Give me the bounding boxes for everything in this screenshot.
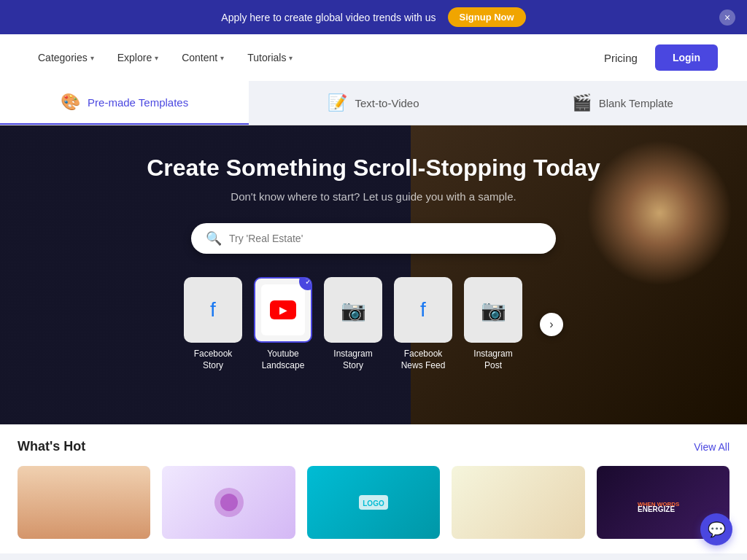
instagram-story-label: InstagramStory (333, 349, 372, 371)
view-all-link[interactable]: View All (694, 441, 729, 453)
category-row: f FacebookStory ✓ ▶ YoutubeLandscape 📷 (44, 277, 703, 371)
facebook-news-feed-icon: f (420, 298, 426, 322)
instagram-story-card[interactable]: 📷 (324, 277, 382, 343)
thumbnail-1[interactable] (18, 466, 150, 539)
youtube-landscape-label: YoutubeLandscape (262, 349, 305, 371)
youtube-landscape-card[interactable]: ✓ ▶ (254, 277, 312, 343)
blank-template-icon: 🎬 (572, 93, 592, 112)
section-title: What's Hot (18, 439, 85, 454)
instagram-post-icon: 📷 (481, 298, 506, 322)
nav-explore[interactable]: Explore ▾ (109, 46, 167, 69)
tab-text-to-video-label: Text-to-Video (355, 97, 419, 109)
instagram-post-card[interactable]: 📷 (464, 277, 522, 343)
category-facebook-news-feed[interactable]: f FacebookNews Feed (394, 277, 452, 371)
tab-blank-template[interactable]: 🎬 Blank Template (498, 81, 747, 125)
content-label: Content (182, 52, 217, 63)
nav-content[interactable]: Content ▾ (173, 46, 233, 69)
whats-hot-section: What's Hot View All LOGO WHEN WORDS ENER… (0, 424, 747, 553)
chat-bubble-button[interactable]: 💬 (700, 513, 732, 545)
chat-icon: 💬 (708, 521, 726, 538)
instagram-post-label: InstagramPost (473, 349, 512, 371)
instagram-story-icon: 📷 (341, 298, 366, 322)
pricing-link[interactable]: Pricing (595, 46, 646, 70)
announcement-banner: Apply here to create global video trends… (0, 0, 747, 34)
category-next-arrow[interactable]: › (540, 313, 563, 336)
categories-chevron-icon: ▾ (90, 54, 94, 62)
svg-point-1 (220, 494, 238, 511)
hero-section: Create Something Scroll-Stopping Today D… (0, 125, 747, 424)
main-tabs: 🎨 Pre-made Templates 📝 Text-to-Video 🎬 B… (0, 81, 747, 125)
facebook-story-card[interactable]: f (184, 277, 242, 343)
banner-text: Apply here to create global video trends… (221, 12, 436, 23)
thumbnails-row: LOGO WHEN WORDS ENERGIZE (18, 466, 729, 539)
thumb-logo-icon (211, 484, 247, 521)
category-youtube-landscape[interactable]: ✓ ▶ YoutubeLandscape (254, 277, 312, 371)
facebook-icon: f (210, 298, 216, 322)
facebook-news-feed-label: FacebookNews Feed (401, 349, 446, 371)
explore-label: Explore (117, 52, 152, 63)
banner-close-button[interactable]: × (719, 9, 735, 26)
tutorials-label: Tutorials (247, 52, 286, 63)
nav-left: Categories ▾ Explore ▾ Content ▾ Tutoria… (29, 46, 595, 69)
tab-text-to-video[interactable]: 📝 Text-to-Video (249, 81, 498, 125)
thumbnail-3[interactable]: LOGO (307, 466, 440, 539)
youtube-inner-card: ▶ (261, 284, 305, 335)
nav-right: Pricing Login (595, 44, 718, 71)
thumbnail-2[interactable] (162, 466, 295, 539)
tab-blank-label: Blank Template (599, 97, 673, 109)
tutorials-chevron-icon: ▾ (289, 54, 293, 62)
svg-text:ENERGIZE: ENERGIZE (638, 505, 675, 513)
tab-pre-made[interactable]: 🎨 Pre-made Templates (0, 81, 249, 125)
category-instagram-story[interactable]: 📷 InstagramStory (324, 277, 382, 371)
category-instagram-post[interactable]: 📷 InstagramPost (464, 277, 522, 371)
thumb-text-icon: WHEN WORDS ENERGIZE (634, 491, 692, 513)
svg-text:LOGO: LOGO (363, 499, 384, 508)
signup-button[interactable]: Signup Now (448, 7, 526, 27)
youtube-play-icon: ▶ (270, 300, 296, 319)
thumb-logo-icon-2: LOGO (355, 488, 392, 517)
facebook-news-feed-card[interactable]: f (394, 277, 452, 343)
nav-categories[interactable]: Categories ▾ (29, 46, 103, 69)
login-button[interactable]: Login (655, 44, 718, 71)
hero-content: Create Something Scroll-Stopping Today D… (44, 155, 703, 371)
hero-title: Create Something Scroll-Stopping Today (44, 155, 703, 182)
pre-made-icon: 🎨 (61, 93, 80, 112)
text-to-video-icon: 📝 (328, 93, 347, 112)
categories-label: Categories (38, 52, 88, 63)
search-icon: 🔍 (206, 230, 222, 246)
main-navbar: Categories ▾ Explore ▾ Content ▾ Tutoria… (0, 34, 747, 81)
tab-pre-made-label: Pre-made Templates (88, 96, 188, 109)
explore-chevron-icon: ▾ (155, 54, 158, 62)
search-bar: 🔍 (191, 223, 556, 254)
thumbnail-4[interactable] (452, 466, 584, 539)
section-header: What's Hot View All (18, 439, 729, 454)
nav-tutorials[interactable]: Tutorials ▾ (239, 46, 301, 69)
hero-subtitle: Don't know where to start? Let us guide … (44, 190, 703, 203)
search-input[interactable] (229, 233, 541, 244)
thumb-person-1 (18, 466, 150, 539)
facebook-story-label: FacebookStory (194, 349, 233, 371)
content-chevron-icon: ▾ (220, 54, 224, 62)
category-facebook-story[interactable]: f FacebookStory (184, 277, 242, 371)
